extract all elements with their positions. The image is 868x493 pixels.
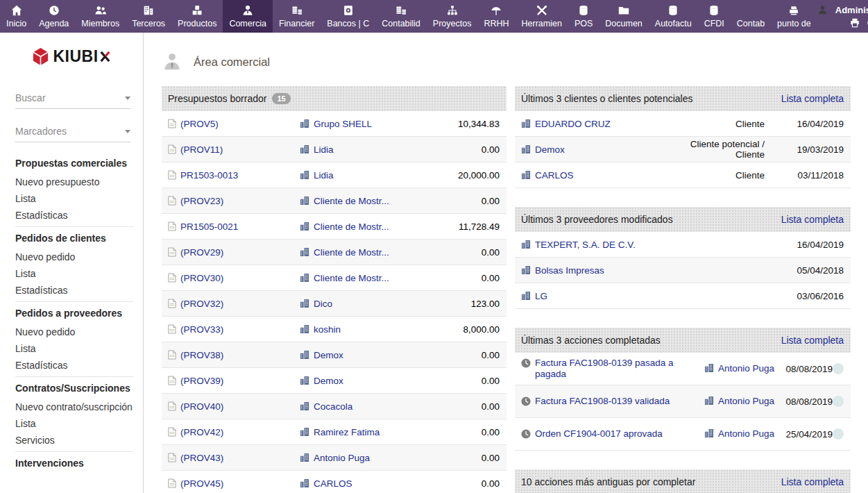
nav-item-contab[interactable]: Contab — [731, 0, 771, 33]
proposal-ref-link[interactable]: (PROV42) — [180, 427, 223, 437]
customer-link[interactable]: EDUARDO CRUZ — [535, 119, 611, 129]
main-menu: InicioAgendaMiembrosTercerosProductosCom… — [0, 0, 817, 33]
full-list-link[interactable]: Lista completa — [781, 476, 844, 487]
sidebar-item-lista[interactable]: Lista — [15, 418, 143, 429]
nav-item-miembros[interactable]: Miembros — [75, 0, 126, 33]
nav-item-productos[interactable]: Productos — [171, 0, 223, 33]
action-link[interactable]: Factura FAC1908-0139 pasada a pagada — [535, 358, 704, 381]
thirdparty-link[interactable]: Cliente de Mostr... — [314, 222, 389, 232]
table-row: (PROV33)koshin8,000.00 — [162, 317, 507, 342]
user-menu[interactable]: Administrac... — [817, 5, 868, 15]
action-link[interactable]: Factura FAC1908-0139 validada — [535, 396, 670, 407]
proposal-ref-link[interactable]: (PROV33) — [180, 324, 223, 335]
thirdparty-link[interactable]: Cocacola — [314, 401, 352, 412]
nav-item-label: Contabilid — [382, 19, 420, 28]
nav-item-autofactu[interactable]: Autofactu — [649, 0, 698, 33]
thirdparty-link[interactable]: Grupo SHELL — [314, 119, 372, 129]
nav-item-agenda[interactable]: Agenda — [33, 0, 75, 33]
nav-item-cfdi[interactable]: CFDI — [698, 0, 731, 33]
thirdparty-link[interactable]: Dico — [314, 299, 332, 309]
nav-item-proyectos[interactable]: Proyectos — [427, 0, 478, 33]
proposal-ref-link[interactable]: (PROV11) — [180, 144, 223, 155]
table-row: (PROV42)Ramirez Fatima0.00 — [162, 419, 507, 445]
nav-item-rrhh[interactable]: RRHH — [477, 0, 515, 33]
supplier-link[interactable]: TEXPERT, S.A. DE C.V. — [535, 240, 636, 250]
proposal-ref-link[interactable]: PR1503-0013 — [180, 170, 238, 181]
supplier-link[interactable]: Bolsas Impresas — [535, 265, 604, 276]
proposal-ref-link[interactable]: (PROV23) — [180, 196, 223, 206]
proposal-ref-link[interactable]: (PROV39) — [180, 376, 223, 386]
thirdparty-link[interactable]: Demox — [314, 376, 343, 386]
supplier-link[interactable]: LG — [535, 291, 547, 301]
logo-x-icon — [99, 51, 111, 62]
modified-date: 03/11/2018 — [783, 170, 844, 181]
sidebar-item-lista[interactable]: Lista — [15, 268, 143, 279]
proposal-ref-link[interactable]: (PROV29) — [180, 247, 223, 258]
proposal-ref-link[interactable]: (PROV5) — [180, 119, 219, 129]
sidebar-item-lista[interactable]: Lista — [15, 343, 143, 354]
thirdparty-link[interactable]: Cliente de Mostr... — [314, 247, 389, 258]
company-icon — [521, 170, 531, 180]
proposal-ref-cell: (PROV39) — [168, 376, 300, 386]
sidebar-item-lista[interactable]: Lista — [15, 193, 143, 204]
proposal-ref-link[interactable]: (PROV43) — [180, 453, 223, 463]
table-row: (PROV39)Demox0.00 — [162, 368, 507, 394]
action-user-cell: Antonio Puga — [704, 363, 776, 374]
sidebar-item-estad-sticas[interactable]: Estadísticas — [15, 285, 143, 296]
nav-item-inicio[interactable]: Inicio — [0, 0, 33, 33]
nav-item-terceros[interactable]: Terceros — [126, 0, 171, 33]
nav-item-label: RRHH — [484, 19, 509, 28]
search-select[interactable]: Buscar — [15, 87, 130, 109]
company-icon — [521, 265, 531, 275]
projects-icon — [446, 3, 459, 17]
full-list-link[interactable]: Lista completa — [781, 93, 844, 104]
thirdparty-link[interactable]: Antonio Puga — [314, 453, 370, 463]
nav-item-documen[interactable]: Documen — [599, 0, 649, 33]
printer-icon[interactable] — [849, 17, 860, 28]
thirdparty-link[interactable]: Ramirez Fatima — [314, 427, 380, 437]
thirdparty-link[interactable]: Lidia — [314, 144, 334, 155]
nav-item-comercia[interactable]: Comercia — [223, 0, 273, 33]
action-user-link[interactable]: Antonio Puga — [718, 363, 774, 374]
thirdparty-link[interactable]: koshin — [314, 324, 341, 335]
action-user-link[interactable]: Antonio Puga — [718, 428, 774, 440]
nav-item-financier[interactable]: Financier — [273, 0, 321, 33]
panel-title: Últimos 3 clientes o clientes potenciale… — [521, 93, 692, 104]
proposal-ref-link[interactable]: (PROV45) — [180, 478, 223, 489]
amount-cell: 0.00 — [423, 196, 500, 206]
sidebar-item-estad-sticas[interactable]: Estadísticas — [15, 210, 143, 221]
sidebar-section-intervenciones: Intervenciones — [15, 458, 143, 469]
company-icon — [300, 427, 309, 437]
nav-item-label: Autofactu — [655, 19, 692, 28]
nav-item-bancos-c[interactable]: Bancos | C — [321, 0, 375, 33]
customer-link[interactable]: Demox — [535, 144, 565, 155]
thirdparty-link[interactable]: Cliente de Mostr... — [314, 273, 389, 283]
thirdparty-link[interactable]: Demox — [314, 350, 343, 360]
sidebar-item-estad-sticas[interactable]: Estadísticas — [15, 360, 143, 371]
full-list-link[interactable]: Lista completa — [781, 335, 844, 346]
proposal-ref-link[interactable]: (PROV32) — [180, 299, 223, 309]
sidebar-item-nuevo-pedido[interactable]: Nuevo pedido — [15, 326, 143, 337]
nav-item-pos[interactable]: POS — [568, 0, 599, 33]
home-icon — [10, 3, 23, 17]
customer-link[interactable]: CARLOS — [535, 170, 574, 181]
sidebar-item-nuevo-pedido[interactable]: Nuevo pedido — [15, 251, 143, 262]
action-user-link[interactable]: Antonio Puga — [718, 396, 774, 407]
sidebar-item-nuevo-contrato-suscripci-n[interactable]: Nuevo contrato/suscripción — [15, 401, 143, 412]
action-link[interactable]: Orden CF1904-0017 aprovada — [535, 428, 663, 440]
thirdparty-link[interactable]: Lidia — [314, 170, 334, 181]
proposal-ref-link[interactable]: (PROV40) — [180, 401, 223, 412]
bookmarks-select[interactable]: Marcadores — [15, 120, 130, 142]
sidebar-item-nuevo-presupuesto[interactable]: Nuevo presupuesto — [15, 176, 143, 187]
sidebar-item-servicios[interactable]: Servicios — [15, 435, 143, 446]
proposal-ref-link[interactable]: PR1505-0021 — [180, 222, 238, 232]
nav-item-punto-de[interactable]: punto de — [771, 0, 817, 33]
proposal-ref-link[interactable]: (PROV38) — [180, 350, 223, 360]
proposal-ref-link[interactable]: (PROV30) — [180, 273, 223, 283]
nav-item-contabilid[interactable]: Contabilid — [375, 0, 427, 33]
thirdparty-link[interactable]: CARLOS — [314, 478, 352, 489]
thirdparty-link[interactable]: Cliente de Mostr... — [314, 196, 389, 206]
amount-cell: 0.00 — [423, 401, 500, 412]
full-list-link[interactable]: Lista completa — [781, 214, 844, 225]
nav-item-herramien[interactable]: Herramien — [516, 0, 568, 33]
